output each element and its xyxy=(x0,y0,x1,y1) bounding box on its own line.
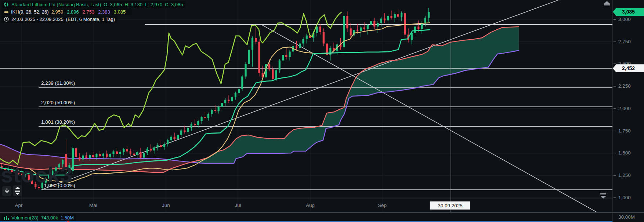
candle-body xyxy=(160,145,162,147)
volume-label: Volumen(28) xyxy=(11,215,39,221)
legend-symbol-row[interactable]: Standard Lithium Ltd (Nasdaq Basic, Last… xyxy=(1,1,185,8)
candle-body xyxy=(394,14,396,18)
volume-scale-tick: 30,00M xyxy=(618,214,635,220)
price-tick-label: 2,000 xyxy=(618,106,631,111)
candle-body xyxy=(401,13,402,17)
candle-body xyxy=(397,14,399,17)
candle-body xyxy=(255,38,257,42)
volume-bars-icon xyxy=(4,216,9,220)
legend-ichimoku-row[interactable]: IKH(9, 26, 52, 26) 2,9592,8962,7532,3833… xyxy=(1,8,132,15)
candle-body xyxy=(92,155,94,157)
volume-value: 743,00k xyxy=(41,215,58,221)
chart-widget: stock3 Standard Lithium Ltd (Nasdaq Basi… xyxy=(0,0,644,222)
candle-body xyxy=(421,23,423,29)
candle-body xyxy=(82,156,84,160)
scroll-up-button[interactable] xyxy=(603,1,611,7)
ichimoku-value: 2,753 xyxy=(83,9,95,15)
candle-body xyxy=(357,30,358,31)
candle-body xyxy=(417,26,419,29)
price-tick xyxy=(614,153,616,153)
candle-body xyxy=(146,149,148,153)
price-tick-label: 1,500 xyxy=(618,150,631,156)
candle-body xyxy=(102,154,104,156)
price-tick-label: 3,000 xyxy=(618,17,631,22)
candle-body xyxy=(289,51,290,57)
candle-body xyxy=(380,19,382,23)
candle-body xyxy=(245,64,246,76)
candle-body xyxy=(296,46,297,48)
candle-body xyxy=(130,152,131,154)
candle-body xyxy=(191,124,192,128)
high-value: H: 3,130 xyxy=(124,2,142,7)
fib-label: 2,239 (61.80%) xyxy=(41,80,75,86)
candle-body xyxy=(89,155,91,158)
timeframe-meta: (EDT, 6 Monate, 1 Tag) xyxy=(66,17,115,22)
fib-label: 2,020 (50.00%) xyxy=(41,100,75,105)
candle-body xyxy=(428,12,430,18)
candle-body xyxy=(184,131,185,132)
candle-body xyxy=(194,124,196,125)
candlestick-icon xyxy=(4,2,9,7)
month-label-mai: Mai xyxy=(89,203,97,208)
price-tick-label: 2,750 xyxy=(618,39,631,44)
candle-body xyxy=(119,152,121,154)
candle-body xyxy=(95,154,97,157)
candle-body xyxy=(306,36,308,39)
candle-body xyxy=(363,28,365,29)
chart-svg[interactable] xyxy=(0,0,612,212)
fib-label: 1,090 (0.00%) xyxy=(44,183,75,188)
candle-body xyxy=(204,117,206,118)
clock-icon xyxy=(4,17,9,22)
candle-body xyxy=(228,100,229,101)
price-tick xyxy=(614,86,616,87)
stack-panes-button[interactable] xyxy=(13,185,22,196)
scroll-down-button[interactable] xyxy=(599,193,608,199)
legend-daterange-row[interactable]: 24.03.2025 - 22.09.2025 (EDT, 6 Monate, … xyxy=(1,16,117,23)
ichimoku-values: 2,9592,8962,7532,3833,085 xyxy=(51,9,130,15)
ichimoku-cloud xyxy=(191,27,519,163)
volume-legend-row[interactable]: Volumen(28) 743,00k 1,50M xyxy=(1,214,76,221)
price-chart-canvas[interactable] xyxy=(0,0,612,212)
date-range: 24.03.2025 - 22.09.2025 xyxy=(11,17,64,22)
candle-body xyxy=(133,154,135,155)
low-value: L: 2,970 xyxy=(145,2,162,7)
candle-body xyxy=(252,38,253,50)
candle-body xyxy=(170,137,172,141)
candle-body xyxy=(414,26,416,33)
candle-body xyxy=(360,28,362,31)
candle-body xyxy=(235,93,236,97)
candle-body xyxy=(272,69,274,79)
candle-body xyxy=(367,25,369,29)
month-label-jun: Jun xyxy=(162,203,170,208)
month-label-jul: Jul xyxy=(235,203,241,208)
symbol-title: Standard Lithium Ltd (Nasdaq Basic, Last… xyxy=(11,2,101,7)
candle-body xyxy=(200,117,202,121)
move-down-button[interactable] xyxy=(2,186,11,196)
candle-body xyxy=(109,154,111,157)
price-tick xyxy=(614,41,616,42)
candle-body xyxy=(231,97,233,101)
candle-body xyxy=(207,114,209,118)
price-tick xyxy=(614,197,616,198)
candle-body xyxy=(136,152,138,155)
candle-body xyxy=(275,70,277,79)
candle-body xyxy=(370,21,372,25)
candle-body xyxy=(424,18,426,23)
last-price-badge: 3,085 xyxy=(613,8,644,16)
candle-body xyxy=(75,148,77,157)
price-tick-label: 1,750 xyxy=(618,128,631,134)
candle-body xyxy=(214,110,216,111)
pane-separator[interactable] xyxy=(0,212,644,213)
candle-body xyxy=(163,144,165,147)
candle-body xyxy=(302,39,304,43)
month-label-sep: Sep xyxy=(378,203,387,208)
candle-body xyxy=(143,153,145,157)
candle-body xyxy=(238,89,240,93)
price-tick-label: 1,250 xyxy=(618,172,631,178)
fib-label: 1,801 (38.20%) xyxy=(41,119,75,125)
candle-body xyxy=(224,100,226,103)
candle-body xyxy=(187,128,189,132)
price-tick xyxy=(614,175,616,176)
candle-body xyxy=(279,61,281,70)
price-tick-label: 2,250 xyxy=(618,83,631,89)
